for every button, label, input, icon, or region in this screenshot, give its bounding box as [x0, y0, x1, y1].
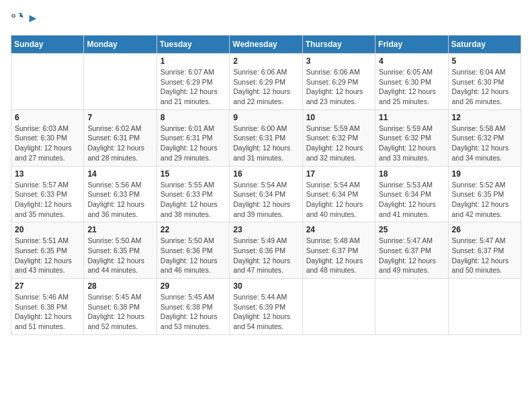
- day-number: 5: [452, 56, 517, 66]
- calendar-cell: [448, 279, 521, 335]
- calendar-cell: 4Sunrise: 6:05 AMSunset: 6:30 PMDaylight…: [375, 54, 448, 110]
- calendar-header-row: SundayMondayTuesdayWednesdayThursdayFrid…: [11, 36, 521, 54]
- calendar-cell: 8Sunrise: 6:01 AMSunset: 6:31 PMDaylight…: [157, 109, 229, 166]
- weekday-header-saturday: Saturday: [448, 36, 521, 54]
- calendar-cell: [11, 54, 84, 110]
- day-detail: Sunrise: 5:51 AMSunset: 6:35 PMDaylight:…: [15, 236, 80, 275]
- calendar-cell: [302, 279, 375, 335]
- calendar-cell: 15Sunrise: 5:55 AMSunset: 6:33 PMDayligh…: [157, 166, 229, 222]
- day-number: 26: [452, 225, 517, 234]
- calendar-cell: 1Sunrise: 6:07 AMSunset: 6:29 PMDaylight…: [157, 54, 229, 110]
- day-number: 18: [379, 169, 444, 179]
- day-detail: Sunrise: 6:07 AMSunset: 6:29 PMDaylight:…: [161, 67, 226, 107]
- weekday-header-tuesday: Tuesday: [157, 36, 229, 54]
- day-detail: Sunrise: 5:53 AMSunset: 6:34 PMDaylight:…: [379, 180, 444, 220]
- weekday-header-wednesday: Wednesday: [230, 36, 302, 54]
- day-number: 23: [233, 225, 298, 234]
- day-number: 3: [306, 56, 371, 66]
- day-number: 8: [161, 113, 226, 122]
- day-number: 7: [87, 113, 152, 122]
- calendar-week-row: 6Sunrise: 6:03 AMSunset: 6:30 PMDaylight…: [11, 109, 521, 166]
- calendar-cell: [375, 279, 448, 335]
- day-number: 17: [306, 169, 371, 179]
- calendar-cell: 17Sunrise: 5:54 AMSunset: 6:34 PMDayligh…: [302, 166, 375, 222]
- day-number: 1: [161, 56, 226, 66]
- day-detail: Sunrise: 5:47 AMSunset: 6:37 PMDaylight:…: [379, 236, 444, 275]
- day-number: 30: [233, 281, 298, 291]
- calendar-cell: 29Sunrise: 5:45 AMSunset: 6:38 PMDayligh…: [157, 279, 229, 335]
- day-number: 25: [379, 225, 444, 234]
- day-detail: Sunrise: 6:03 AMSunset: 6:30 PMDaylight:…: [15, 124, 80, 163]
- calendar-cell: 30Sunrise: 5:44 AMSunset: 6:39 PMDayligh…: [230, 279, 302, 335]
- page-header: G ►: [11, 11, 521, 27]
- day-number: 14: [87, 169, 152, 179]
- day-detail: Sunrise: 5:48 AMSunset: 6:37 PMDaylight:…: [306, 236, 371, 275]
- day-detail: Sunrise: 6:05 AMSunset: 6:30 PMDaylight:…: [379, 67, 444, 107]
- day-detail: Sunrise: 6:01 AMSunset: 6:31 PMDaylight:…: [161, 124, 226, 163]
- calendar-table: SundayMondayTuesdayWednesdayThursdayFrid…: [11, 35, 521, 335]
- calendar-cell: 20Sunrise: 5:51 AMSunset: 6:35 PMDayligh…: [11, 222, 84, 279]
- day-detail: Sunrise: 6:06 AMSunset: 6:29 PMDaylight:…: [233, 67, 298, 107]
- calendar-cell: 27Sunrise: 5:46 AMSunset: 6:38 PMDayligh…: [11, 279, 84, 335]
- weekday-header-thursday: Thursday: [302, 36, 375, 54]
- logo-graphic: G: [11, 11, 24, 27]
- day-detail: Sunrise: 5:55 AMSunset: 6:33 PMDaylight:…: [161, 180, 226, 220]
- day-number: 28: [87, 281, 152, 291]
- calendar-cell: 16Sunrise: 5:54 AMSunset: 6:34 PMDayligh…: [230, 166, 302, 222]
- day-number: 4: [379, 56, 444, 66]
- calendar-cell: 7Sunrise: 6:02 AMSunset: 6:31 PMDaylight…: [84, 109, 157, 166]
- day-detail: Sunrise: 5:45 AMSunset: 6:38 PMDaylight:…: [87, 292, 152, 332]
- calendar-cell: 22Sunrise: 5:50 AMSunset: 6:36 PMDayligh…: [157, 222, 229, 279]
- day-detail: Sunrise: 5:47 AMSunset: 6:37 PMDaylight:…: [452, 236, 517, 275]
- day-detail: Sunrise: 6:06 AMSunset: 6:29 PMDaylight:…: [306, 67, 371, 107]
- day-detail: Sunrise: 5:52 AMSunset: 6:35 PMDaylight:…: [452, 180, 517, 220]
- calendar-cell: 11Sunrise: 5:59 AMSunset: 6:32 PMDayligh…: [375, 109, 448, 166]
- calendar-cell: 10Sunrise: 5:59 AMSunset: 6:32 PMDayligh…: [302, 109, 375, 166]
- logo-text: ►: [27, 12, 39, 26]
- day-detail: Sunrise: 5:45 AMSunset: 6:38 PMDaylight:…: [161, 292, 226, 332]
- day-detail: Sunrise: 6:00 AMSunset: 6:31 PMDaylight:…: [233, 124, 298, 163]
- calendar-week-row: 13Sunrise: 5:57 AMSunset: 6:33 PMDayligh…: [11, 166, 521, 222]
- day-detail: Sunrise: 5:50 AMSunset: 6:36 PMDaylight:…: [161, 236, 226, 275]
- logo-blue-accent: ►: [27, 11, 39, 25]
- logo: G ►: [11, 11, 39, 27]
- day-number: 27: [15, 281, 80, 291]
- svg-text:G: G: [11, 13, 15, 19]
- day-number: 29: [161, 281, 226, 291]
- weekday-header-friday: Friday: [375, 36, 448, 54]
- day-detail: Sunrise: 5:59 AMSunset: 6:32 PMDaylight:…: [379, 124, 444, 163]
- day-number: 21: [87, 225, 152, 234]
- day-number: 24: [306, 225, 371, 234]
- calendar-cell: 6Sunrise: 6:03 AMSunset: 6:30 PMDaylight…: [11, 109, 84, 166]
- calendar-cell: 19Sunrise: 5:52 AMSunset: 6:35 PMDayligh…: [448, 166, 521, 222]
- day-detail: Sunrise: 5:59 AMSunset: 6:32 PMDaylight:…: [306, 124, 371, 163]
- day-number: 19: [452, 169, 517, 179]
- calendar-cell: 3Sunrise: 6:06 AMSunset: 6:29 PMDaylight…: [302, 54, 375, 110]
- calendar-cell: 28Sunrise: 5:45 AMSunset: 6:38 PMDayligh…: [84, 279, 157, 335]
- day-detail: Sunrise: 5:46 AMSunset: 6:38 PMDaylight:…: [15, 292, 80, 332]
- weekday-header-sunday: Sunday: [11, 36, 84, 54]
- day-detail: Sunrise: 5:54 AMSunset: 6:34 PMDaylight:…: [306, 180, 371, 220]
- day-number: 6: [15, 113, 80, 122]
- calendar-week-row: 27Sunrise: 5:46 AMSunset: 6:38 PMDayligh…: [11, 279, 521, 335]
- calendar-cell: 26Sunrise: 5:47 AMSunset: 6:37 PMDayligh…: [448, 222, 521, 279]
- day-number: 12: [452, 113, 517, 122]
- day-detail: Sunrise: 5:49 AMSunset: 6:36 PMDaylight:…: [233, 236, 298, 275]
- day-number: 2: [233, 56, 298, 66]
- day-number: 9: [233, 113, 298, 122]
- day-number: 15: [161, 169, 226, 179]
- calendar-cell: 13Sunrise: 5:57 AMSunset: 6:33 PMDayligh…: [11, 166, 84, 222]
- calendar-body: 1Sunrise: 6:07 AMSunset: 6:29 PMDaylight…: [11, 54, 521, 335]
- calendar-week-row: 1Sunrise: 6:07 AMSunset: 6:29 PMDaylight…: [11, 54, 521, 110]
- calendar-cell: 23Sunrise: 5:49 AMSunset: 6:36 PMDayligh…: [230, 222, 302, 279]
- day-detail: Sunrise: 5:54 AMSunset: 6:34 PMDaylight:…: [233, 180, 298, 220]
- calendar-week-row: 20Sunrise: 5:51 AMSunset: 6:35 PMDayligh…: [11, 222, 521, 279]
- day-number: 13: [15, 169, 80, 179]
- calendar-cell: 18Sunrise: 5:53 AMSunset: 6:34 PMDayligh…: [375, 166, 448, 222]
- calendar-cell: 25Sunrise: 5:47 AMSunset: 6:37 PMDayligh…: [375, 222, 448, 279]
- calendar-cell: 21Sunrise: 5:50 AMSunset: 6:35 PMDayligh…: [84, 222, 157, 279]
- day-detail: Sunrise: 5:56 AMSunset: 6:33 PMDaylight:…: [87, 180, 152, 220]
- calendar-cell: 14Sunrise: 5:56 AMSunset: 6:33 PMDayligh…: [84, 166, 157, 222]
- day-detail: Sunrise: 6:04 AMSunset: 6:30 PMDaylight:…: [452, 67, 517, 107]
- calendar-cell: 9Sunrise: 6:00 AMSunset: 6:31 PMDaylight…: [230, 109, 302, 166]
